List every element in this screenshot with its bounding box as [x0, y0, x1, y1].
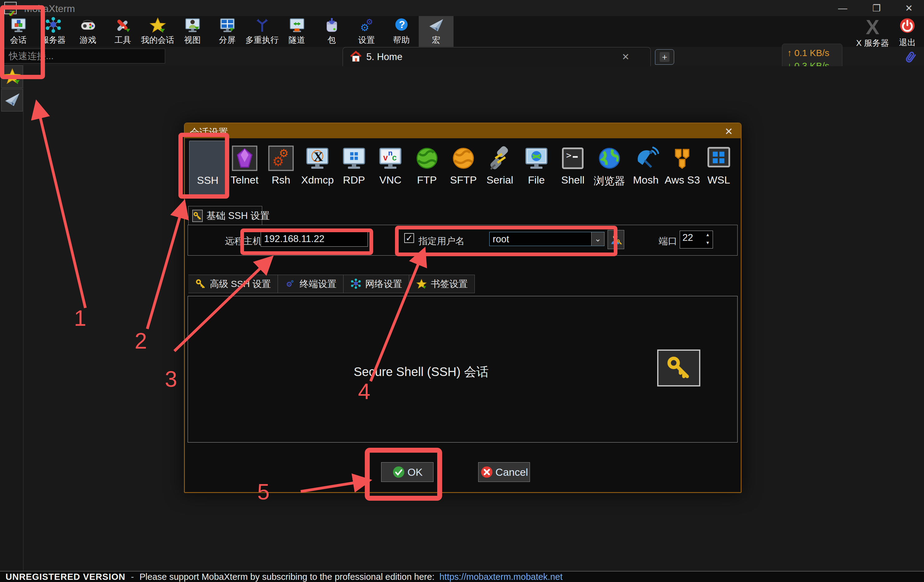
toolbar-item-icon [149, 16, 167, 34]
chevron-down-icon[interactable]: ⌄ [591, 232, 604, 246]
session-description-panel: Secure Shell (SSH) 会话 [188, 296, 738, 442]
toolbar-item-icon [393, 16, 410, 34]
window-titlebar: >_ ✔ MobaXterm — ❐ ✕ [0, 0, 924, 16]
toolbar-item-服务器[interactable]: 服务器 [36, 16, 71, 47]
port-spinner[interactable]: 22 ▲ ▼ [680, 231, 713, 248]
session-type-item-Xdmcp[interactable]: Xdmcp [299, 141, 335, 196]
toolbar-item-label: 会话 [10, 35, 27, 46]
minimize-button[interactable]: — [832, 2, 853, 14]
session-type-item-FTP[interactable]: FTP [409, 141, 445, 196]
session-type-item-SSH[interactable]: SSH [189, 141, 226, 196]
toolbar-item-游戏[interactable]: 游戏 [71, 16, 106, 47]
remote-host-input[interactable]: 192.168.11.22 [261, 232, 368, 247]
settings-subtab-网络设置[interactable]: 网络设置 [343, 275, 409, 293]
settings-subtabs: 高级 SSH 设置 终端设置 网络设置 书签设置 [188, 275, 475, 293]
toolbar-item-label: 工具 [115, 35, 131, 46]
specify-username-checkbox[interactable]: ✓ [404, 233, 414, 243]
session-type-item-File[interactable]: File [518, 141, 554, 196]
toolbar-item-label: 视图 [184, 35, 201, 46]
session-type-label: SFTP [450, 174, 477, 186]
sidebar-macros-plane-button[interactable] [1, 89, 23, 112]
toolbar-item-icon [114, 16, 132, 34]
left-sidebar [0, 65, 23, 571]
check-circle-icon [392, 465, 406, 479]
settings-subtab-书签设置[interactable]: 书签设置 [409, 275, 475, 293]
toolbar-item-分屏[interactable]: 分屏 [210, 16, 245, 47]
session-type-item-Shell[interactable]: Shell [554, 141, 591, 196]
subtab-label: 高级 SSH 设置 [210, 278, 271, 290]
toolbar-item-宏[interactable]: 宏 [419, 16, 454, 47]
toolbar-item-隧道[interactable]: 隧道 [279, 16, 314, 47]
session-type-icon [268, 145, 294, 171]
exit-button[interactable]: 退出 [892, 17, 923, 48]
settings-subtab-终端设置[interactable]: 终端设置 [278, 275, 343, 293]
x-server-button[interactable]: X X 服务器 [851, 17, 894, 49]
quick-connect-input[interactable]: 快速连接... [2, 49, 165, 63]
toolbar-item-label: 帮助 [393, 35, 410, 46]
dialog-close-icon[interactable]: ✕ [725, 126, 733, 137]
toolbar-item-label: 宏 [432, 35, 440, 46]
toolbar-item-icon [358, 16, 375, 34]
toolbar-item-工具[interactable]: 工具 [106, 16, 140, 47]
session-type-item-SFTP[interactable]: SFTP [445, 141, 482, 196]
toolbar-item-帮助[interactable]: 帮助 [384, 16, 419, 47]
maximize-button[interactable]: ❐ [866, 2, 887, 14]
tab-home[interactable]: 5. Home ✕ [343, 47, 651, 66]
session-type-item-WSL[interactable]: WSL [701, 141, 737, 196]
session-type-label: SSH [197, 174, 218, 186]
session-type-icon [669, 145, 695, 171]
session-type-item-RDP[interactable]: RDP [336, 141, 372, 196]
session-type-icon [487, 145, 513, 171]
session-type-item-Serial[interactable]: Serial [482, 141, 518, 196]
status-bar: UNREGISTERED VERSION - Please support Mo… [0, 571, 924, 582]
username-combobox[interactable]: root ⌄ [489, 232, 604, 246]
session-type-icon [414, 145, 440, 171]
session-type-item-Telnet[interactable]: Telnet [226, 141, 262, 196]
toolbar-item-包[interactable]: 包 [314, 16, 349, 47]
ok-button[interactable]: OK [381, 462, 434, 482]
session-type-icon [632, 145, 659, 171]
session-type-icon [450, 145, 477, 171]
dialog-title: 会话设置 [190, 126, 228, 139]
subtab-label: 终端设置 [299, 278, 337, 290]
dialog-titlebar[interactable]: 会话设置 ✕ [185, 123, 741, 138]
settings-subtab-高级 SSH 设置[interactable]: 高级 SSH 设置 [188, 275, 278, 293]
credentials-button[interactable] [607, 230, 624, 249]
session-type-item-浏览器[interactable]: 浏览器 [591, 141, 627, 196]
mobatek-link[interactable]: https://mobaxterm.mobatek.net [439, 572, 563, 582]
cancel-button[interactable]: Cancel [478, 462, 530, 482]
x-server-icon: X [851, 17, 894, 37]
toolbar-item-label: 包 [328, 35, 336, 46]
session-type-item-VNC[interactable]: VNC [372, 141, 409, 196]
toolbar-item-label: 服务器 [41, 35, 66, 46]
sidebar-sessions-star-button[interactable] [1, 65, 23, 88]
spinner-down-icon[interactable]: ▼ [705, 240, 711, 247]
session-type-icon [706, 145, 732, 171]
session-type-item-Rsh[interactable]: Rsh [263, 141, 299, 196]
toolbar-item-我的会话[interactable]: 我的会话 [140, 16, 175, 47]
tab-basic-ssh-settings[interactable]: 基础 SSH 设置 [188, 206, 262, 225]
upload-speed: ↑ 0.1 KB/s [787, 46, 842, 59]
session-type-item-Mosh[interactable]: Mosh [628, 141, 664, 196]
toolbar-item-视图[interactable]: 视图 [175, 16, 210, 47]
toolbar-item-多重执行[interactable]: 多重执行 [245, 16, 279, 47]
toolbar-item-icon [323, 16, 340, 34]
x-server-label: X 服务器 [851, 38, 894, 49]
session-settings-dialog: 会话设置 ✕ SSH Telnet Rsh Xdmcp [184, 123, 742, 493]
toolbar-item-label: 游戏 [80, 35, 96, 46]
attachment-paperclip-icon[interactable] [903, 49, 918, 67]
session-type-icon [341, 145, 367, 171]
main-toolbar: 会话 服务器 游戏 工具 我的会话 视图 分屏 [0, 16, 924, 47]
window-title: MobaXterm [24, 3, 75, 15]
toolbar-item-icon [184, 16, 201, 34]
tab-close-icon[interactable]: ✕ [622, 51, 629, 62]
new-tab-button[interactable]: ＋ [655, 49, 674, 65]
session-type-item-Aws S3[interactable]: Aws S3 [664, 141, 700, 196]
home-icon [349, 50, 363, 64]
close-button[interactable]: ✕ [898, 2, 920, 14]
toolbar-item-设置[interactable]: 设置 [349, 16, 384, 47]
toolbar-item-label: 我的会话 [141, 35, 174, 46]
toolbar-item-会话[interactable]: 会话 [1, 16, 36, 47]
spinner-up-icon[interactable]: ▲ [705, 232, 711, 238]
session-type-label: Shell [561, 174, 584, 186]
